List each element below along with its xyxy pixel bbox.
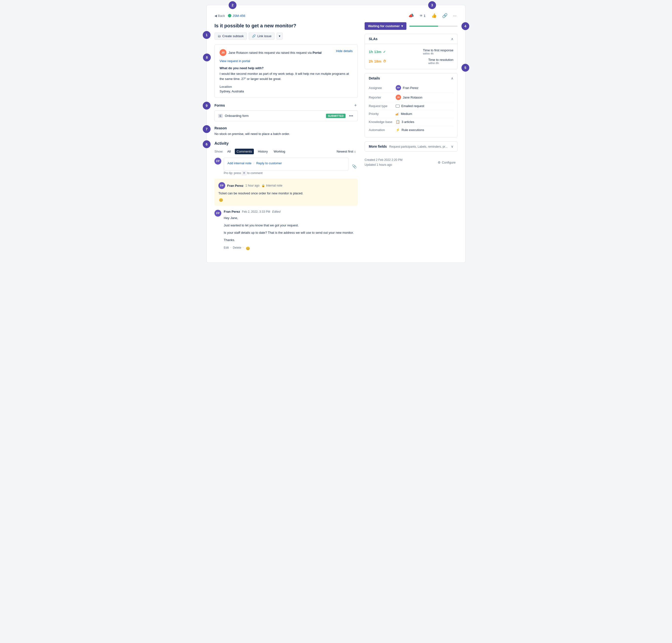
notify-button[interactable]: 📣 [407,12,415,19]
priority-text: Medium [401,112,412,116]
smiley-icon: 😊 [219,198,223,202]
priority-row: Priority Medium [369,110,453,118]
more-fields-subtitle: Request participants, Labels, reminders,… [389,145,447,148]
kb-text: 3 articles [401,120,414,124]
reporter-value: JR Jane Rotason [396,95,422,100]
toolbar-dropdown-button[interactable]: ▾ [277,33,283,40]
main-layout: Is it possible to get a new monitor? 1 🗂… [215,22,457,256]
comment-dot-2: • [243,246,244,250]
comment-edit-button[interactable]: Edit [224,246,229,250]
sla1-sublabel: within 4h [423,52,453,55]
attachment-button[interactable]: 📎 [351,163,358,170]
watch-button[interactable]: 👁 1 [418,13,427,19]
sla-chevron-icon: ∧ [451,37,453,41]
badge-8: 8 [203,53,211,61]
back-button[interactable]: ◀ Back [215,14,225,17]
hide-details-button[interactable]: Hide details [336,49,353,53]
comment-line2: Just wanted to let you know that we got … [224,223,358,228]
activity-filters: Show: All Comments History Worklog Newes… [215,149,358,154]
more-fields-title: More fields [369,145,387,148]
request-type-value: Emailed request [396,104,424,108]
details-title: Details [369,76,380,80]
created-text: Created 2 Feb 2022 2:20 PM [364,157,403,162]
more-fields-header[interactable]: More fields Request participants, Labels… [365,142,457,151]
sla1-label: Time to first response [423,48,453,52]
sla-header[interactable]: SLAs ∧ [365,34,457,44]
issue-key-link[interactable]: JSM-456 [228,14,245,17]
sla1-check-icon: ✓ [383,50,386,54]
more-fields-chevron-icon: ∨ [451,145,453,148]
raised-via-text: raised this request via Portal [281,51,322,54]
details-chevron-icon: ∧ [451,76,453,80]
link-issue-button[interactable]: 🔗 Link issue [249,33,275,40]
reason-section: 7 Reason No stock on premise, will need … [215,126,358,137]
forms-section: 9 Forms + E Onboarding form SUBMITTED ••… [215,103,358,121]
create-subtask-button[interactable]: 🗂 Create subtask [215,33,247,40]
comment-delete-button[interactable]: Delete [233,246,241,250]
filter-comments-button[interactable]: Comments [235,149,254,154]
breadcrumb: ◀ Back JSM-456 [215,14,245,17]
kb-value: 📋 3 articles [396,120,414,124]
form-more-button[interactable]: ••• [348,113,354,119]
email-icon [396,105,399,108]
add-form-button[interactable]: + [353,103,358,108]
note-type-label: Internal note [266,184,283,187]
paperclip-icon: 📎 [352,164,357,168]
request-card: 8 JR Jane Rotason raised this request vi… [215,45,358,98]
comment-line3: Is your staff details up to date? That i… [224,230,358,235]
note-author-avatar: FP [218,182,225,189]
meta-text: Created 2 Feb 2022 2:20 PM Updated 1 hou… [364,157,403,168]
metadata-section: Created 2 Feb 2022 2:20 PM Updated 1 hou… [364,156,457,169]
location-label: Location [219,85,353,88]
portal-link-container: View request in portal [219,59,353,63]
filter-worklog-button[interactable]: Worklog [272,149,287,154]
details-header[interactable]: Details ∧ [365,73,457,83]
thumbs-up-button[interactable]: 👍 [430,12,438,19]
sort-newest-button[interactable]: Newest first ↕ [335,149,358,154]
keyboard-m-hint: M [242,171,247,175]
request-header: JR Jane Rotason raised this request via … [219,49,353,56]
priority-bar-3 [398,112,399,116]
sla-body: 1h 13m ✓ Time to first response within 4… [365,47,457,69]
filter-history-button[interactable]: History [256,149,269,154]
note-text: Ticket can be resolved once order for ne… [218,191,354,196]
reporter-name: Jane Rotason raised this request via rai… [228,51,281,54]
priority-bars-icon [396,112,399,116]
sort-icon: ↕ [354,150,356,153]
status-progress-fill [409,26,438,27]
share-button[interactable]: 🔗 [441,12,448,19]
status-button[interactable]: Waiting for customer ▾ [364,22,406,30]
comment-line1: Hey Jane, [224,215,358,221]
status-dropdown-icon: ▾ [401,24,403,28]
configure-button[interactable]: ⚙ Configure [436,160,457,165]
kb-icon: 📋 [396,120,400,124]
note-type-badge: 🔒 Internal note [261,184,283,187]
badge-9: 9 [203,102,211,110]
right-column: 4 5 Waiting for customer ▾ SLAs ∧ [364,22,457,169]
help-section: What do you need help with? I would like… [219,66,353,82]
view-request-link[interactable]: View request in portal [219,59,250,63]
sla-box: SLAs ∧ 1h 13m ✓ Time to first response w… [364,34,457,69]
jsm-dot-icon [228,14,231,17]
priority-bar-1 [396,114,397,116]
more-fields-header-text: More fields Request participants, Labels… [369,145,447,148]
filter-all-button[interactable]: All [225,149,232,154]
badge-2: 2 [229,1,237,9]
help-text: I would like second monitor as part of m… [219,71,353,82]
details-body: Assignee FP Fran Perez Reporter JR Jane … [365,83,457,137]
lock-icon: 🔒 [261,184,265,187]
automation-label: Automation [369,128,396,132]
note-meta: FP Fran Perez 1 hour ago 🔒 Internal note [218,182,354,189]
reply-to-customer-tab[interactable]: Reply to customer [256,160,282,166]
note-emoji-button[interactable]: 😊 [218,197,224,203]
more-options-button[interactable]: ··· [452,12,457,19]
edited-label: Edited [272,210,280,214]
comment-emoji-button[interactable]: 😊 [245,246,250,251]
badge-5: 5 [461,64,469,72]
reporter-avatar-sm: JR [396,95,401,100]
automation-text: Rule executions [401,128,424,132]
details-box: Details ∧ Assignee FP Fran Perez Report [364,73,457,137]
comment-dot-1: • [230,246,231,250]
add-internal-note-tab[interactable]: Add internal note [227,160,251,166]
comment-author-avatar: FP [215,210,221,217]
